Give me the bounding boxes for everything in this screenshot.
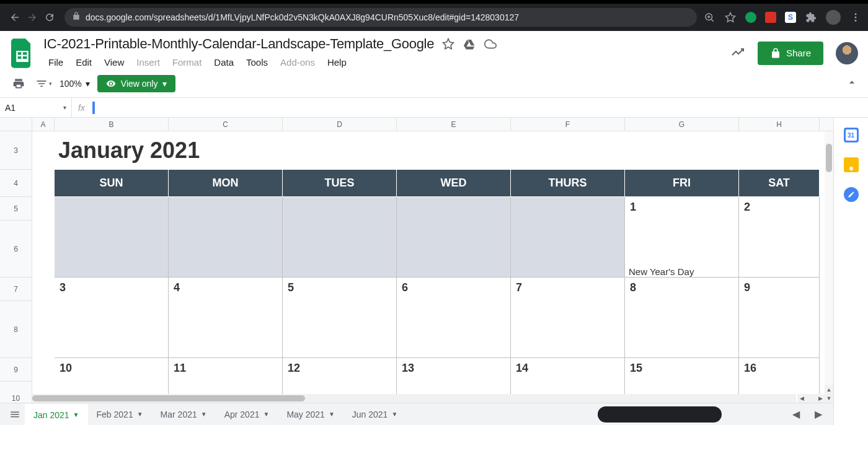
zoom-icon[interactable] (703, 11, 715, 24)
event-cell[interactable] (625, 301, 739, 358)
date-cell[interactable]: 13 (397, 358, 511, 382)
col-header-C[interactable]: C (169, 118, 283, 131)
tab-scroll-right-icon[interactable]: ▶ (808, 406, 828, 423)
date-cell[interactable] (397, 197, 511, 221)
scroll-right-icon[interactable]: ▶ (816, 394, 825, 403)
menu-format[interactable]: Format (167, 55, 207, 70)
activity-icon[interactable] (730, 45, 745, 62)
scroll-left-icon[interactable]: ◀ (797, 394, 806, 403)
sheet-tab-mar[interactable]: Mar 2021▼ (152, 405, 216, 424)
address-bar[interactable]: docs.google.com/spreadsheets/d/1MfLVjpyL… (64, 8, 697, 27)
document-title[interactable]: IC-2021-Printable-Monthly-Calendar-Lands… (43, 36, 434, 52)
date-cell[interactable]: 8 (625, 278, 739, 301)
share-button[interactable]: Share (758, 42, 823, 65)
row-header-8[interactable]: 8 (0, 301, 32, 358)
col-header-B[interactable]: B (55, 118, 169, 131)
keep-sidepanel-icon[interactable] (844, 157, 859, 172)
date-cell[interactable]: 11 (169, 358, 283, 382)
extensions-icon[interactable] (805, 11, 817, 24)
col-header-A[interactable]: A (32, 118, 55, 131)
scroll-up-icon[interactable]: ▲ (825, 385, 833, 394)
event-cell[interactable] (397, 301, 511, 358)
date-cell[interactable] (55, 197, 169, 221)
extension-icon[interactable] (745, 12, 756, 23)
menu-file[interactable]: File (43, 55, 68, 70)
date-cell[interactable]: 1 (625, 197, 739, 221)
zoom-dropdown[interactable]: 100% ▾ (60, 79, 90, 89)
menu-tools[interactable]: Tools (241, 55, 273, 70)
event-cell[interactable] (283, 221, 397, 278)
scroll-down-icon[interactable]: ▼ (825, 394, 833, 403)
sheet-tab-apr[interactable]: Apr 2021▼ (216, 405, 278, 424)
date-cell[interactable]: 9 (739, 278, 820, 301)
row-header-7[interactable]: 7 (0, 278, 32, 301)
menu-data[interactable]: Data (209, 55, 239, 70)
menu-view[interactable]: View (99, 55, 129, 70)
profile-avatar-browser[interactable] (826, 10, 841, 25)
kebab-menu-icon[interactable] (849, 11, 862, 24)
event-cell[interactable] (55, 221, 169, 278)
row-header-3[interactable]: 3 (0, 131, 32, 170)
date-cell[interactable]: 10 (55, 358, 169, 382)
date-cell[interactable]: 16 (739, 358, 820, 382)
date-cell[interactable]: 3 (55, 278, 169, 301)
name-box[interactable]: A1 ▾ (0, 98, 72, 117)
reload-button[interactable] (41, 9, 58, 26)
col-header-D[interactable]: D (283, 118, 397, 131)
row-header-6[interactable]: 6 (0, 221, 32, 278)
spreadsheet-grid[interactable]: A B C D E F G H 3 January 2021 4 SUN MON… (0, 118, 833, 425)
tab-scroll-left-icon[interactable]: ◀ (786, 406, 806, 423)
event-cell[interactable] (397, 221, 511, 278)
col-header-E[interactable]: E (397, 118, 511, 131)
event-cell[interactable] (739, 221, 820, 278)
tasks-sidepanel-icon[interactable] (844, 187, 859, 202)
date-cell[interactable]: 4 (169, 278, 283, 301)
menu-help[interactable]: Help (322, 55, 352, 70)
menu-addons[interactable]: Add-ons (275, 55, 320, 70)
formula-input[interactable] (95, 98, 868, 117)
menu-insert[interactable]: Insert (131, 55, 165, 70)
event-cell[interactable] (511, 221, 625, 278)
cloud-icon[interactable] (484, 37, 497, 51)
filter-icon[interactable]: ▾ (35, 75, 52, 92)
col-header-F[interactable]: F (511, 118, 625, 131)
date-cell[interactable]: 6 (397, 278, 511, 301)
account-avatar[interactable] (836, 42, 858, 64)
event-cell[interactable] (169, 221, 283, 278)
sheet-tab-jan[interactable]: Jan 2021▼ (25, 404, 88, 425)
select-all-corner[interactable] (0, 118, 32, 131)
drive-icon[interactable] (463, 37, 476, 51)
bookmark-star-icon[interactable] (724, 11, 737, 24)
col-header-H[interactable]: H (739, 118, 820, 131)
event-cell[interactable] (55, 301, 169, 358)
date-cell[interactable] (283, 197, 397, 221)
sheet-tab-feb[interactable]: Feb 2021▼ (88, 405, 152, 424)
col-header-G[interactable]: G (625, 118, 739, 131)
sheet-tab-may[interactable]: May 2021▼ (278, 405, 343, 424)
row-header-5[interactable]: 5 (0, 197, 32, 221)
date-cell[interactable] (169, 197, 283, 221)
sheets-logo-icon[interactable] (10, 37, 35, 69)
print-icon[interactable] (10, 75, 27, 92)
event-cell[interactable] (283, 301, 397, 358)
all-sheets-icon[interactable] (5, 406, 25, 423)
date-cell[interactable]: 12 (283, 358, 397, 382)
extension-icon[interactable] (765, 12, 776, 23)
row-header-9[interactable]: 9 (0, 358, 32, 382)
sheet-tab-jun[interactable]: Jun 2021▼ (343, 405, 407, 424)
view-only-button[interactable]: View only ▾ (97, 75, 176, 92)
back-button[interactable] (6, 9, 24, 26)
calendar-sidepanel-icon[interactable]: 31 (844, 128, 859, 142)
horizontal-scrollbar[interactable] (32, 394, 796, 403)
extension-icon[interactable]: S (785, 12, 796, 23)
collapse-toolbar-icon[interactable] (846, 76, 858, 91)
event-cell[interactable]: New Year's Day (625, 221, 739, 278)
event-cell[interactable] (169, 301, 283, 358)
date-cell[interactable]: 14 (511, 358, 625, 382)
date-cell[interactable]: 5 (283, 278, 397, 301)
event-cell[interactable] (511, 301, 625, 358)
menu-edit[interactable]: Edit (71, 55, 97, 70)
date-cell[interactable]: 2 (739, 197, 820, 221)
star-icon[interactable] (441, 37, 455, 51)
row-header-4[interactable]: 4 (0, 170, 32, 197)
